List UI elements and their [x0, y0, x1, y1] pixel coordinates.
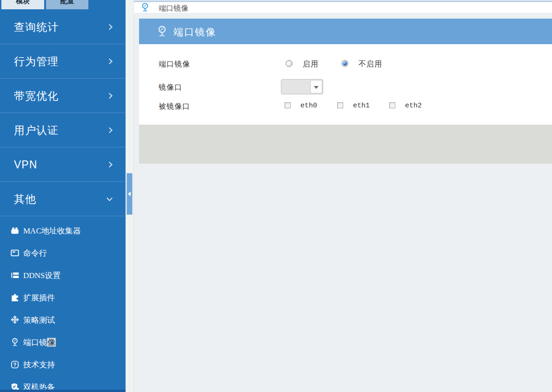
sidebar-item-label: 其他	[14, 192, 36, 206]
radio-enable-label: 启用	[303, 60, 319, 69]
sidebar: 模块 配置 查询统计 行为管理 带宽优化 用户认证 VPN 其他	[0, 0, 126, 392]
main-content: 端口镜像 端口镜像 端口镜像 启用 不启用 镜像口 被镜像	[133, 0, 552, 392]
panel-footer-band	[139, 125, 552, 164]
select-arrow-button[interactable]	[310, 80, 322, 93]
sidebar-subitem-tech-support[interactable]: ? 技术支持	[0, 353, 126, 376]
panel-header: 端口镜像	[139, 19, 552, 44]
mirror-icon	[140, 2, 150, 13]
sidebar-item-vpn[interactable]: VPN	[0, 147, 126, 182]
checkbox-eth0[interactable]	[285, 102, 291, 108]
breadcrumb-title: 端口镜像	[159, 4, 188, 13]
sidebar-item-label: 用户认证	[14, 123, 59, 137]
sidebar-subitem-label: 扩展插件	[23, 292, 55, 303]
sidebar-subitem-label: 端口镜像	[23, 337, 56, 348]
tab-module-label: 模块	[1, 0, 44, 6]
mirror-icon	[10, 338, 20, 347]
sidebar-item-user-auth[interactable]: 用户认证	[0, 113, 126, 147]
caret-down-icon	[314, 86, 319, 89]
panel-body: 端口镜像 启用 不启用 镜像口 被镜像口 eth0 eth1 eth2	[139, 44, 552, 125]
checkbox-eth2[interactable]	[389, 102, 395, 108]
tab-module[interactable]: 模块	[1, 0, 44, 9]
search-highlight: 像	[47, 338, 56, 347]
sidebar-item-label: 查询统计	[14, 20, 59, 34]
tab-config[interactable]: 配置	[46, 0, 88, 9]
tab-config-label: 配置	[46, 0, 88, 6]
sidebar-subitem-mac-collector[interactable]: MAC地址收集器	[0, 219, 126, 242]
sidebar-subitem-port-mirror[interactable]: 端口镜像	[0, 331, 126, 353]
checkbox-eth1[interactable]	[337, 102, 343, 108]
support-icon: ?	[10, 360, 20, 369]
plugin-icon	[10, 293, 20, 302]
ddns-icon	[10, 271, 20, 280]
sidebar-subitem-command-line[interactable]: 命令行	[0, 242, 126, 264]
sidebar-collapse-handle[interactable]	[126, 173, 133, 215]
sidebar-subitem-policy-test[interactable]: 策略测试	[0, 309, 126, 331]
chevron-right-icon	[106, 58, 113, 64]
terminal-icon	[10, 248, 20, 258]
sidebar-item-bandwidth-opt[interactable]: 带宽优化	[0, 79, 126, 113]
mirror-icon	[156, 25, 168, 38]
panel-title: 端口镜像	[173, 26, 216, 39]
sidebar-tabs: 模块 配置	[0, 0, 126, 9]
sidebar-submenu: MAC地址收集器 命令行 DDNS设置 扩展插件 策略测试	[0, 219, 126, 392]
sidebar-menu: 查询统计 行为管理 带宽优化 用户认证 VPN 其他	[0, 10, 126, 216]
sidebar-item-other[interactable]: 其他	[0, 182, 126, 216]
chevron-right-icon	[106, 93, 113, 99]
radio-disable[interactable]	[341, 60, 348, 67]
mac-collector-icon	[10, 226, 20, 235]
radio-enable[interactable]	[286, 60, 293, 67]
port-mirror-panel: 端口镜像 端口镜像 启用 不启用 镜像口 被镜像口 eth0 eth1	[139, 19, 552, 125]
checkbox-eth0-label: eth0	[300, 102, 317, 110]
mirrored-port-label: 被镜像口	[159, 102, 190, 112]
sidebar-subitem-label: DDNS设置	[23, 270, 60, 281]
sidebar-subitem-label: 技术支持	[23, 359, 55, 370]
svg-text:?: ?	[13, 362, 17, 367]
sidebar-item-label: 带宽优化	[14, 88, 59, 103]
checkbox-eth1-label: eth1	[353, 102, 370, 110]
sidebar-subitem-label: 命令行	[23, 248, 47, 259]
sidebar-item-label: VPN	[14, 158, 37, 171]
radio-disable-label: 不启用	[359, 60, 382, 69]
sidebar-item-label: 行为管理	[14, 54, 59, 68]
collapse-arrow-icon	[128, 192, 131, 196]
sidebar-bottom-strip	[0, 390, 126, 392]
mirror-port-select[interactable]	[281, 79, 323, 94]
content-top-strip	[134, 0, 552, 2]
sidebar-subitem-ddns[interactable]: DDNS设置	[0, 264, 126, 286]
sidebar-item-query-stats[interactable]: 查询统计	[0, 10, 126, 44]
mirror-port-label: 镜像口	[159, 83, 182, 93]
checkbox-eth2-label: eth2	[405, 102, 422, 110]
sidebar-item-behavior-mgmt[interactable]: 行为管理	[0, 44, 126, 79]
port-mirror-label: 端口镜像	[159, 60, 190, 69]
chevron-right-icon	[106, 24, 113, 30]
sidebar-subitem-label: MAC地址收集器	[23, 226, 81, 236]
chevron-down-icon	[106, 195, 113, 201]
chevron-right-icon	[106, 161, 113, 167]
chevron-right-icon	[106, 127, 113, 133]
policy-test-icon	[10, 315, 20, 325]
sidebar-subitem-plugins[interactable]: 扩展插件	[0, 286, 126, 309]
breadcrumb: 端口镜像	[134, 2, 552, 13]
sidebar-subitem-label: 策略测试	[23, 315, 55, 326]
